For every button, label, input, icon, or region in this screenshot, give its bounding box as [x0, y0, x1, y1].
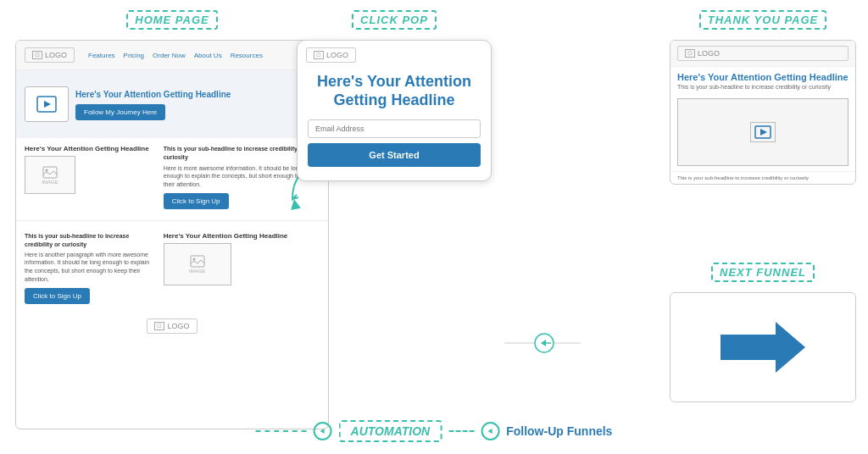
right-arrow-icon [712, 313, 814, 381]
image-icon-2: IMAGE [189, 255, 205, 274]
home-page-frame: ⊡ LOGO Features Pricing Order Now About … [15, 40, 329, 429]
nav-resources[interactable]: Resources [231, 52, 263, 59]
home-hero: Here's Your Attention Getting Headline F… [16, 70, 328, 138]
horizontal-arrow-svg [500, 330, 610, 356]
big-arrow [712, 313, 814, 381]
automation-row: AUTOMATION Follow-Up Funnels [256, 420, 613, 442]
home-cta-button[interactable]: Follow My Journey Here [75, 104, 165, 120]
dotted-line-left [256, 430, 307, 432]
click-pop-section: CLICK POP ⊡ LOGO Here's Your Attention G… [297, 10, 492, 181]
next-funnel-label: NEXT FUNNEL [670, 263, 856, 287]
signup-button-1[interactable]: Click to Sign Up [164, 193, 229, 209]
nav-features[interactable]: Features [88, 52, 115, 59]
ty-video-icon [750, 122, 776, 142]
home-hero-text: Here's Your Attention Getting Headline F… [75, 89, 231, 120]
logo-icon: ⊡ [32, 51, 42, 59]
svg-marker-9 [289, 198, 301, 210]
thank-you-section: THANK YOU PAGE ⊡ LOGO Here's Your Attent… [670, 10, 856, 185]
home-image-2: IMAGE [164, 243, 231, 285]
followup-label: Follow-Up Funnels [506, 424, 612, 438]
click-pop-frame: ⊡ LOGO Here's Your Attention Getting Hea… [297, 40, 492, 181]
automation-label: AUTOMATION [339, 420, 442, 442]
ty-header: ⊡ LOGO [670, 41, 855, 67]
home-footer: ⊡ LOGO [16, 311, 328, 339]
pop-email-input[interactable] [308, 119, 481, 138]
video-icon [36, 96, 57, 113]
ty-video [677, 98, 849, 166]
dotted-line-mid [448, 430, 474, 432]
circle-arrow-left [314, 422, 332, 440]
svg-marker-14 [320, 429, 325, 434]
img-icon [42, 166, 58, 179]
image-icon-1: IMAGE [42, 166, 58, 185]
circle-arrow-right [481, 422, 499, 440]
svg-point-3 [46, 169, 48, 171]
home-header: ⊡ LOGO Features Pricing Order Now About … [16, 41, 328, 70]
nav-about[interactable]: About Us [194, 52, 222, 59]
signup-button-2[interactable]: Click to Sign Up [25, 288, 90, 304]
svg-marker-8 [721, 322, 805, 373]
home-video-placeholder [25, 86, 69, 122]
divider-1 [16, 220, 328, 221]
thank-you-frame: ⊡ LOGO Here's Your Attention Getting Hea… [670, 40, 856, 185]
svg-marker-15 [487, 429, 492, 434]
ty-play-icon [754, 125, 771, 139]
svg-point-5 [192, 257, 195, 260]
home-image-1: IMAGE [25, 156, 75, 194]
pop-cta-button[interactable]: Get Started [308, 143, 481, 167]
footer-logo: ⊡ LOGO [147, 318, 197, 334]
next-funnel-section: NEXT FUNNEL [670, 263, 856, 402]
ty-logo: ⊡ LOGO [677, 46, 849, 61]
svg-marker-1 [44, 101, 51, 108]
horizontal-connector [500, 330, 610, 359]
home-page-label: HOME PAGE [15, 10, 329, 35]
pop-logo-icon: ⊡ [314, 51, 324, 59]
small-arrow-icon [319, 427, 327, 435]
img-icon-2 [190, 255, 205, 268]
home-content-1: Here's Your Attention Getting Headline I… [16, 138, 328, 216]
nav-links: Features Pricing Order Now About Us Reso… [88, 52, 263, 59]
svg-marker-7 [760, 129, 767, 136]
next-funnel-frame [670, 292, 856, 402]
footer-logo-icon: ⊡ [154, 322, 164, 330]
home-content-2: This is your sub-headline to increase cr… [16, 225, 328, 311]
home-page-section: HOME PAGE ⊡ LOGO Features Pricing Order … [15, 10, 329, 429]
pop-header: ⊡ LOGO [298, 41, 491, 66]
ty-headline: Here's Your Attention Getting Headline [670, 67, 855, 84]
main-container: HOME PAGE ⊡ LOGO Features Pricing Order … [0, 0, 868, 454]
nav-pricing[interactable]: Pricing [124, 52, 144, 59]
ty-sub: This is your sub-headline to increase cr… [670, 84, 855, 95]
click-pop-label: CLICK POP [297, 10, 492, 35]
ty-bottom-text: This is your sub-headline to increase cr… [670, 171, 855, 184]
home-logo: ⊡ LOGO [25, 47, 75, 63]
nav-order[interactable]: Order Now [153, 52, 186, 59]
ty-logo-icon: ⊡ [685, 49, 695, 58]
thank-you-label: THANK YOU PAGE [670, 10, 856, 35]
small-arrow-icon-2 [486, 427, 494, 435]
pop-logo: ⊡ LOGO [306, 47, 356, 63]
pop-headline: Here's Your Attention Getting Headline [298, 66, 491, 114]
